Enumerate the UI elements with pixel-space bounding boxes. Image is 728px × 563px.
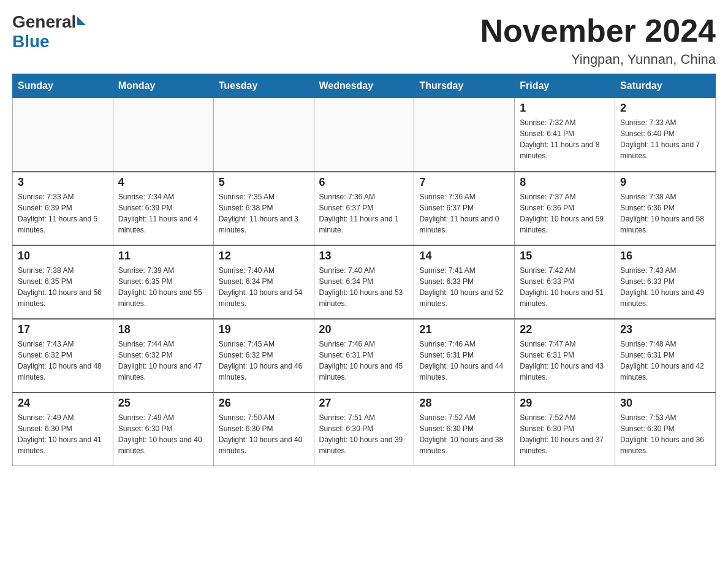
table-row: 27Sunrise: 7:51 AMSunset: 6:30 PMDayligh… — [314, 393, 414, 466]
day-number: 10 — [18, 250, 108, 262]
day-number: 26 — [219, 397, 309, 410]
day-number: 25 — [118, 397, 208, 410]
logo-blue-part — [76, 19, 86, 25]
day-number: 30 — [620, 397, 710, 410]
table-row: 28Sunrise: 7:52 AMSunset: 6:30 PMDayligh… — [414, 393, 515, 466]
header-thursday: Thursday — [414, 74, 515, 98]
day-info: Sunrise: 7:44 AMSunset: 6:32 PMDaylight:… — [118, 339, 208, 383]
day-number: 21 — [419, 323, 509, 336]
table-row — [213, 98, 314, 172]
day-number: 16 — [620, 250, 710, 262]
header-wednesday: Wednesday — [314, 74, 414, 98]
table-row: 23Sunrise: 7:48 AMSunset: 6:31 PMDayligh… — [615, 319, 716, 393]
table-row — [414, 98, 515, 172]
table-row: 19Sunrise: 7:45 AMSunset: 6:32 PMDayligh… — [213, 319, 314, 393]
day-number: 28 — [419, 397, 509, 410]
table-row — [13, 98, 113, 172]
day-number: 19 — [219, 323, 309, 336]
table-row: 5Sunrise: 7:35 AMSunset: 6:38 PMDaylight… — [213, 172, 314, 245]
day-info: Sunrise: 7:49 AMSunset: 6:30 PMDaylight:… — [18, 412, 108, 456]
calendar-subtitle: Yingpan, Yunnan, China — [480, 52, 716, 67]
title-section: November 2024 Yingpan, Yunnan, China — [480, 12, 716, 67]
day-number: 2 — [620, 102, 710, 115]
day-info: Sunrise: 7:41 AMSunset: 6:33 PMDaylight:… — [419, 265, 509, 309]
day-number: 6 — [319, 176, 409, 189]
day-info: Sunrise: 7:43 AMSunset: 6:33 PMDaylight:… — [620, 265, 710, 309]
table-row: 2Sunrise: 7:33 AMSunset: 6:40 PMDaylight… — [615, 98, 716, 172]
table-row: 24Sunrise: 7:49 AMSunset: 6:30 PMDayligh… — [13, 393, 113, 466]
header-friday: Friday — [515, 74, 615, 98]
table-row: 14Sunrise: 7:41 AMSunset: 6:33 PMDayligh… — [414, 245, 515, 319]
day-number: 13 — [319, 250, 409, 262]
table-row: 15Sunrise: 7:42 AMSunset: 6:33 PMDayligh… — [515, 245, 615, 319]
header-tuesday: Tuesday — [213, 74, 314, 98]
calendar-week-3: 10Sunrise: 7:38 AMSunset: 6:35 PMDayligh… — [13, 245, 716, 319]
logo-general-text: General — [12, 12, 76, 32]
day-info: Sunrise: 7:47 AMSunset: 6:31 PMDaylight:… — [520, 339, 610, 383]
table-row: 6Sunrise: 7:36 AMSunset: 6:37 PMDaylight… — [314, 172, 414, 245]
day-number: 1 — [520, 102, 610, 115]
day-number: 22 — [520, 323, 610, 336]
day-info: Sunrise: 7:46 AMSunset: 6:31 PMDaylight:… — [419, 339, 509, 383]
day-info: Sunrise: 7:32 AMSunset: 6:41 PMDaylight:… — [520, 117, 610, 161]
page-header: General Blue November 2024 Yingpan, Yunn… — [12, 12, 716, 67]
logo-triangle-icon — [77, 17, 86, 25]
day-info: Sunrise: 7:35 AMSunset: 6:38 PMDaylight:… — [219, 191, 309, 236]
day-info: Sunrise: 7:50 AMSunset: 6:30 PMDaylight:… — [219, 412, 309, 456]
day-info: Sunrise: 7:39 AMSunset: 6:35 PMDaylight:… — [118, 265, 208, 309]
calendar-week-2: 3Sunrise: 7:33 AMSunset: 6:39 PMDaylight… — [13, 172, 716, 245]
day-number: 29 — [520, 397, 610, 410]
table-row: 10Sunrise: 7:38 AMSunset: 6:35 PMDayligh… — [13, 245, 113, 319]
day-number: 27 — [319, 397, 409, 410]
day-number: 11 — [118, 250, 208, 262]
day-info: Sunrise: 7:36 AMSunset: 6:37 PMDaylight:… — [419, 191, 509, 236]
table-row: 11Sunrise: 7:39 AMSunset: 6:35 PMDayligh… — [113, 245, 213, 319]
day-info: Sunrise: 7:43 AMSunset: 6:32 PMDaylight:… — [18, 339, 108, 383]
table-row: 13Sunrise: 7:40 AMSunset: 6:34 PMDayligh… — [314, 245, 414, 319]
day-number: 24 — [18, 397, 108, 410]
table-row: 4Sunrise: 7:34 AMSunset: 6:39 PMDaylight… — [113, 172, 213, 245]
day-number: 3 — [18, 176, 108, 189]
table-row: 8Sunrise: 7:37 AMSunset: 6:36 PMDaylight… — [515, 172, 615, 245]
day-number: 4 — [118, 176, 208, 189]
day-info: Sunrise: 7:52 AMSunset: 6:30 PMDaylight:… — [419, 412, 509, 456]
day-number: 17 — [18, 323, 108, 336]
table-row — [314, 98, 414, 172]
day-info: Sunrise: 7:37 AMSunset: 6:36 PMDaylight:… — [520, 191, 610, 236]
day-number: 23 — [620, 323, 710, 336]
table-row: 3Sunrise: 7:33 AMSunset: 6:39 PMDaylight… — [13, 172, 113, 245]
logo: General Blue — [12, 12, 86, 52]
day-info: Sunrise: 7:36 AMSunset: 6:37 PMDaylight:… — [319, 191, 409, 236]
calendar-week-5: 24Sunrise: 7:49 AMSunset: 6:30 PMDayligh… — [13, 393, 716, 466]
header-monday: Monday — [113, 74, 213, 98]
table-row: 30Sunrise: 7:53 AMSunset: 6:30 PMDayligh… — [615, 393, 716, 466]
calendar-week-4: 17Sunrise: 7:43 AMSunset: 6:32 PMDayligh… — [13, 319, 716, 393]
day-info: Sunrise: 7:45 AMSunset: 6:32 PMDaylight:… — [219, 339, 309, 383]
table-row: 18Sunrise: 7:44 AMSunset: 6:32 PMDayligh… — [113, 319, 213, 393]
day-info: Sunrise: 7:52 AMSunset: 6:30 PMDaylight:… — [520, 412, 610, 456]
day-info: Sunrise: 7:33 AMSunset: 6:40 PMDaylight:… — [620, 117, 710, 161]
table-row: 7Sunrise: 7:36 AMSunset: 6:37 PMDaylight… — [414, 172, 515, 245]
table-row: 17Sunrise: 7:43 AMSunset: 6:32 PMDayligh… — [13, 319, 113, 393]
table-row: 22Sunrise: 7:47 AMSunset: 6:31 PMDayligh… — [515, 319, 615, 393]
table-row: 25Sunrise: 7:49 AMSunset: 6:30 PMDayligh… — [113, 393, 213, 466]
calendar-table: SundayMondayTuesdayWednesdayThursdayFrid… — [12, 74, 716, 466]
calendar-header-row: SundayMondayTuesdayWednesdayThursdayFrid… — [13, 74, 716, 98]
table-row: 20Sunrise: 7:46 AMSunset: 6:31 PMDayligh… — [314, 319, 414, 393]
day-info: Sunrise: 7:48 AMSunset: 6:31 PMDaylight:… — [620, 339, 710, 383]
day-info: Sunrise: 7:34 AMSunset: 6:39 PMDaylight:… — [118, 191, 208, 236]
day-number: 15 — [520, 250, 610, 262]
day-number: 9 — [620, 176, 710, 189]
header-sunday: Sunday — [13, 74, 113, 98]
day-info: Sunrise: 7:51 AMSunset: 6:30 PMDaylight:… — [319, 412, 409, 456]
day-info: Sunrise: 7:38 AMSunset: 6:36 PMDaylight:… — [620, 191, 710, 236]
day-number: 7 — [419, 176, 509, 189]
table-row — [113, 98, 213, 172]
logo-blue-text: Blue — [12, 32, 50, 52]
day-info: Sunrise: 7:42 AMSunset: 6:33 PMDaylight:… — [520, 265, 610, 309]
day-number: 14 — [419, 250, 509, 262]
table-row: 26Sunrise: 7:50 AMSunset: 6:30 PMDayligh… — [213, 393, 314, 466]
day-info: Sunrise: 7:46 AMSunset: 6:31 PMDaylight:… — [319, 339, 409, 383]
table-row: 21Sunrise: 7:46 AMSunset: 6:31 PMDayligh… — [414, 319, 515, 393]
day-info: Sunrise: 7:33 AMSunset: 6:39 PMDaylight:… — [18, 191, 108, 236]
